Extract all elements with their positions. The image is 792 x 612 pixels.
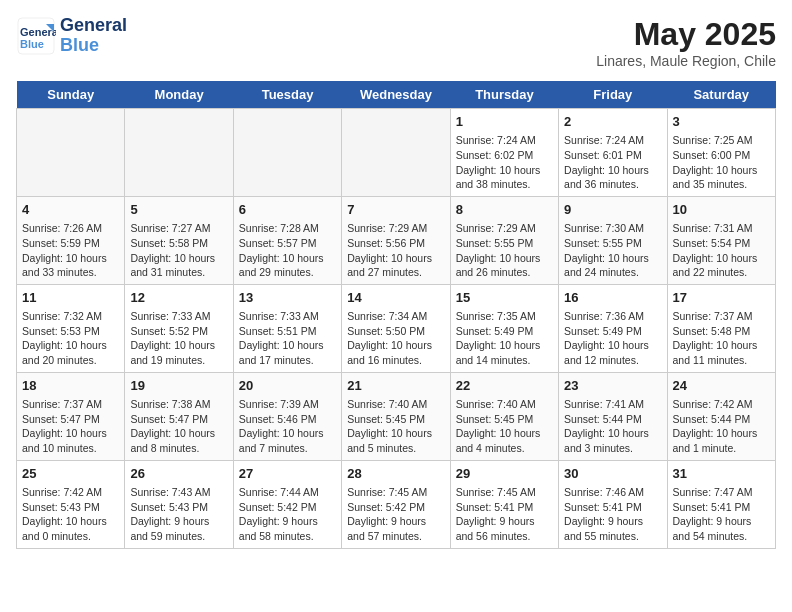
calendar-cell: 15Sunrise: 7:35 AMSunset: 5:49 PMDayligh… bbox=[450, 284, 558, 372]
day-number: 5 bbox=[130, 201, 227, 219]
day-number: 20 bbox=[239, 377, 336, 395]
cell-content: Sunrise: 7:40 AMSunset: 5:45 PMDaylight:… bbox=[347, 397, 444, 456]
cell-content: Sunrise: 7:27 AMSunset: 5:58 PMDaylight:… bbox=[130, 221, 227, 280]
cell-content: Sunrise: 7:24 AMSunset: 6:01 PMDaylight:… bbox=[564, 133, 661, 192]
day-number: 12 bbox=[130, 289, 227, 307]
day-number: 23 bbox=[564, 377, 661, 395]
calendar-cell: 29Sunrise: 7:45 AMSunset: 5:41 PMDayligh… bbox=[450, 460, 558, 548]
cell-content: Sunrise: 7:41 AMSunset: 5:44 PMDaylight:… bbox=[564, 397, 661, 456]
calendar-cell: 19Sunrise: 7:38 AMSunset: 5:47 PMDayligh… bbox=[125, 372, 233, 460]
header-thursday: Thursday bbox=[450, 81, 558, 109]
header-saturday: Saturday bbox=[667, 81, 775, 109]
day-number: 25 bbox=[22, 465, 119, 483]
calendar-cell: 2Sunrise: 7:24 AMSunset: 6:01 PMDaylight… bbox=[559, 109, 667, 197]
day-number: 22 bbox=[456, 377, 553, 395]
logo-text: General Blue bbox=[60, 16, 127, 56]
day-number: 11 bbox=[22, 289, 119, 307]
day-number: 13 bbox=[239, 289, 336, 307]
cell-content: Sunrise: 7:43 AMSunset: 5:43 PMDaylight:… bbox=[130, 485, 227, 544]
calendar-cell: 27Sunrise: 7:44 AMSunset: 5:42 PMDayligh… bbox=[233, 460, 341, 548]
header-sunday: Sunday bbox=[17, 81, 125, 109]
calendar-week-5: 25Sunrise: 7:42 AMSunset: 5:43 PMDayligh… bbox=[17, 460, 776, 548]
cell-content: Sunrise: 7:38 AMSunset: 5:47 PMDaylight:… bbox=[130, 397, 227, 456]
calendar-cell bbox=[342, 109, 450, 197]
calendar-cell: 1Sunrise: 7:24 AMSunset: 6:02 PMDaylight… bbox=[450, 109, 558, 197]
calendar-cell: 25Sunrise: 7:42 AMSunset: 5:43 PMDayligh… bbox=[17, 460, 125, 548]
calendar-cell bbox=[125, 109, 233, 197]
calendar-cell: 5Sunrise: 7:27 AMSunset: 5:58 PMDaylight… bbox=[125, 196, 233, 284]
cell-content: Sunrise: 7:42 AMSunset: 5:44 PMDaylight:… bbox=[673, 397, 770, 456]
cell-content: Sunrise: 7:30 AMSunset: 5:55 PMDaylight:… bbox=[564, 221, 661, 280]
cell-content: Sunrise: 7:45 AMSunset: 5:41 PMDaylight:… bbox=[456, 485, 553, 544]
day-number: 8 bbox=[456, 201, 553, 219]
logo-icon: General Blue bbox=[16, 16, 56, 56]
calendar-cell: 11Sunrise: 7:32 AMSunset: 5:53 PMDayligh… bbox=[17, 284, 125, 372]
day-number: 21 bbox=[347, 377, 444, 395]
cell-content: Sunrise: 7:33 AMSunset: 5:51 PMDaylight:… bbox=[239, 309, 336, 368]
calendar-week-4: 18Sunrise: 7:37 AMSunset: 5:47 PMDayligh… bbox=[17, 372, 776, 460]
calendar-cell: 22Sunrise: 7:40 AMSunset: 5:45 PMDayligh… bbox=[450, 372, 558, 460]
day-number: 30 bbox=[564, 465, 661, 483]
cell-content: Sunrise: 7:37 AMSunset: 5:48 PMDaylight:… bbox=[673, 309, 770, 368]
cell-content: Sunrise: 7:39 AMSunset: 5:46 PMDaylight:… bbox=[239, 397, 336, 456]
day-number: 3 bbox=[673, 113, 770, 131]
calendar-cell: 21Sunrise: 7:40 AMSunset: 5:45 PMDayligh… bbox=[342, 372, 450, 460]
calendar-cell: 30Sunrise: 7:46 AMSunset: 5:41 PMDayligh… bbox=[559, 460, 667, 548]
location: Linares, Maule Region, Chile bbox=[596, 53, 776, 69]
calendar-week-2: 4Sunrise: 7:26 AMSunset: 5:59 PMDaylight… bbox=[17, 196, 776, 284]
calendar-cell: 9Sunrise: 7:30 AMSunset: 5:55 PMDaylight… bbox=[559, 196, 667, 284]
svg-text:Blue: Blue bbox=[20, 38, 44, 50]
cell-content: Sunrise: 7:44 AMSunset: 5:42 PMDaylight:… bbox=[239, 485, 336, 544]
calendar-cell: 28Sunrise: 7:45 AMSunset: 5:42 PMDayligh… bbox=[342, 460, 450, 548]
calendar-table: Sunday Monday Tuesday Wednesday Thursday… bbox=[16, 81, 776, 549]
day-number: 18 bbox=[22, 377, 119, 395]
calendar-cell: 20Sunrise: 7:39 AMSunset: 5:46 PMDayligh… bbox=[233, 372, 341, 460]
calendar-cell: 6Sunrise: 7:28 AMSunset: 5:57 PMDaylight… bbox=[233, 196, 341, 284]
day-number: 9 bbox=[564, 201, 661, 219]
calendar-cell: 4Sunrise: 7:26 AMSunset: 5:59 PMDaylight… bbox=[17, 196, 125, 284]
month-title: May 2025 bbox=[596, 16, 776, 53]
calendar-cell: 16Sunrise: 7:36 AMSunset: 5:49 PMDayligh… bbox=[559, 284, 667, 372]
cell-content: Sunrise: 7:29 AMSunset: 5:56 PMDaylight:… bbox=[347, 221, 444, 280]
calendar-header-row: Sunday Monday Tuesday Wednesday Thursday… bbox=[17, 81, 776, 109]
title-section: May 2025 Linares, Maule Region, Chile bbox=[596, 16, 776, 69]
header-monday: Monday bbox=[125, 81, 233, 109]
calendar-cell: 23Sunrise: 7:41 AMSunset: 5:44 PMDayligh… bbox=[559, 372, 667, 460]
calendar-cell: 10Sunrise: 7:31 AMSunset: 5:54 PMDayligh… bbox=[667, 196, 775, 284]
day-number: 10 bbox=[673, 201, 770, 219]
day-number: 29 bbox=[456, 465, 553, 483]
cell-content: Sunrise: 7:40 AMSunset: 5:45 PMDaylight:… bbox=[456, 397, 553, 456]
calendar-cell: 26Sunrise: 7:43 AMSunset: 5:43 PMDayligh… bbox=[125, 460, 233, 548]
cell-content: Sunrise: 7:37 AMSunset: 5:47 PMDaylight:… bbox=[22, 397, 119, 456]
day-number: 14 bbox=[347, 289, 444, 307]
cell-content: Sunrise: 7:46 AMSunset: 5:41 PMDaylight:… bbox=[564, 485, 661, 544]
calendar-cell: 17Sunrise: 7:37 AMSunset: 5:48 PMDayligh… bbox=[667, 284, 775, 372]
day-number: 31 bbox=[673, 465, 770, 483]
cell-content: Sunrise: 7:33 AMSunset: 5:52 PMDaylight:… bbox=[130, 309, 227, 368]
cell-content: Sunrise: 7:26 AMSunset: 5:59 PMDaylight:… bbox=[22, 221, 119, 280]
cell-content: Sunrise: 7:35 AMSunset: 5:49 PMDaylight:… bbox=[456, 309, 553, 368]
cell-content: Sunrise: 7:29 AMSunset: 5:55 PMDaylight:… bbox=[456, 221, 553, 280]
day-number: 6 bbox=[239, 201, 336, 219]
day-number: 27 bbox=[239, 465, 336, 483]
cell-content: Sunrise: 7:31 AMSunset: 5:54 PMDaylight:… bbox=[673, 221, 770, 280]
logo-blue-text: Blue bbox=[60, 36, 127, 56]
day-number: 19 bbox=[130, 377, 227, 395]
calendar-cell: 31Sunrise: 7:47 AMSunset: 5:41 PMDayligh… bbox=[667, 460, 775, 548]
calendar-cell: 14Sunrise: 7:34 AMSunset: 5:50 PMDayligh… bbox=[342, 284, 450, 372]
calendar-cell: 18Sunrise: 7:37 AMSunset: 5:47 PMDayligh… bbox=[17, 372, 125, 460]
calendar-week-1: 1Sunrise: 7:24 AMSunset: 6:02 PMDaylight… bbox=[17, 109, 776, 197]
cell-content: Sunrise: 7:34 AMSunset: 5:50 PMDaylight:… bbox=[347, 309, 444, 368]
calendar-cell: 3Sunrise: 7:25 AMSunset: 6:00 PMDaylight… bbox=[667, 109, 775, 197]
cell-content: Sunrise: 7:47 AMSunset: 5:41 PMDaylight:… bbox=[673, 485, 770, 544]
day-number: 28 bbox=[347, 465, 444, 483]
header-wednesday: Wednesday bbox=[342, 81, 450, 109]
header-tuesday: Tuesday bbox=[233, 81, 341, 109]
logo-general-text: General bbox=[60, 16, 127, 36]
calendar-cell: 12Sunrise: 7:33 AMSunset: 5:52 PMDayligh… bbox=[125, 284, 233, 372]
day-number: 16 bbox=[564, 289, 661, 307]
logo: General Blue General Blue bbox=[16, 16, 127, 56]
cell-content: Sunrise: 7:45 AMSunset: 5:42 PMDaylight:… bbox=[347, 485, 444, 544]
cell-content: Sunrise: 7:32 AMSunset: 5:53 PMDaylight:… bbox=[22, 309, 119, 368]
day-number: 26 bbox=[130, 465, 227, 483]
